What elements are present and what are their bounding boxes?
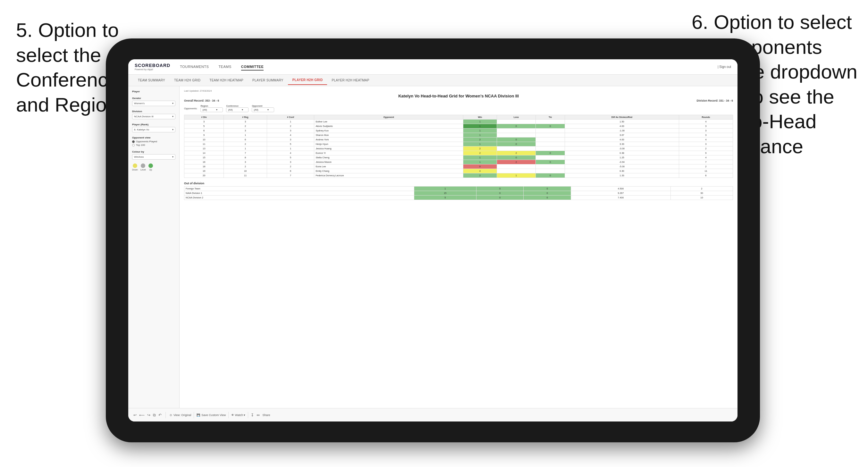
table-cell: 19 <box>184 169 224 174</box>
table-cell <box>497 128 535 133</box>
col-reg: # Reg <box>224 115 267 120</box>
ood-table-cell: 7.400 <box>571 195 671 200</box>
undo-icon[interactable]: ↩ <box>133 413 136 417</box>
top100-radio[interactable] <box>132 144 135 147</box>
ood-table-cell: 4.500 <box>571 187 671 191</box>
sub-tab-player-h2h-grid[interactable]: PLAYER H2H GRID <box>288 75 328 85</box>
opponents-played-label: Opponents Played <box>136 140 157 143</box>
legend-up: Up <box>149 163 153 171</box>
table-cell: 15 <box>184 155 224 160</box>
table-cell: Emily Chang <box>314 169 463 174</box>
view-original-btn[interactable]: ⊙ View: Original <box>169 413 191 417</box>
ood-table-cell: 0 <box>476 191 523 195</box>
table-cell: -1.00 <box>565 128 679 133</box>
table-cell: 2 <box>679 164 733 169</box>
sub-tab-player-summary[interactable]: PLAYER SUMMARY <box>248 76 288 85</box>
toolbar-history-group: ↩ ⟵ ↪ ⧉ ↶ <box>133 413 162 417</box>
sidebar-division-dropdown[interactable]: NCAA Division III ▾ <box>132 114 176 119</box>
region-filter-group: Region (All) ▾ <box>200 105 223 112</box>
table-cell: 6 <box>679 174 733 178</box>
table-cell: Eunice Yi <box>314 151 463 155</box>
table-cell <box>536 164 565 169</box>
share-btn[interactable]: Share <box>262 413 270 417</box>
table-cell: 3 <box>679 142 733 147</box>
col-opponent: Opponent <box>314 115 463 120</box>
table-cell: 1 <box>224 133 267 137</box>
table-row: 1474Eunice Yi2200.389 <box>184 151 733 155</box>
ood-table-row: Foreign Team1004.5002 <box>184 187 733 191</box>
download-icon[interactable]: ↧ <box>251 413 254 417</box>
col-div: # Div <box>184 115 224 120</box>
sub-tab-team-h2h-heatmap[interactable]: TEAM H2H HEATMAP <box>205 76 248 85</box>
table-cell: 11 <box>224 174 267 178</box>
sidebar-division-value: NCAA Division III <box>134 115 154 118</box>
region-filter-value: (All) <box>202 108 207 111</box>
nav-sign-out[interactable]: | Sign out <box>718 65 731 69</box>
col-loss: Loss <box>497 115 535 120</box>
sidebar-colour-dropdown[interactable]: Win/loss ▾ <box>132 154 176 160</box>
table-cell: Andrea York <box>314 137 463 142</box>
table-cell <box>497 133 535 137</box>
table-cell: 3 <box>224 160 267 164</box>
table-cell: 2 <box>224 164 267 169</box>
table-row: 633Sydney Kuo1-1.003 <box>184 128 733 133</box>
table-cell: 1 <box>463 120 497 124</box>
nav-tab-tournaments[interactable]: TOURNAMENTS <box>180 63 209 70</box>
table-row: 19106Emily Chang40.3011 <box>184 169 733 174</box>
out-of-division-header: Out of division <box>184 182 733 185</box>
watch-btn[interactable]: 👁 Watch ▾ <box>231 413 245 417</box>
conference-filter-dropdown[interactable]: (All) ▾ <box>226 107 248 112</box>
table-cell: 1 <box>463 160 497 164</box>
ood-table-row: NCAA Division 25007.40010 <box>184 195 733 200</box>
table-row: 914Sharon Mun13.673 <box>184 133 733 137</box>
table-cell: 3 <box>679 124 733 128</box>
region-chevron-icon: ▾ <box>216 108 217 111</box>
col-rounds: Rounds <box>679 115 733 120</box>
back-icon[interactable]: ⟵ <box>139 413 145 417</box>
refresh-icon[interactable]: ↶ <box>158 413 162 417</box>
table-cell: 4 <box>679 155 733 160</box>
sub-tab-team-h2h-grid[interactable]: TEAM H2H GRID <box>169 76 205 85</box>
nav-tab-teams[interactable]: TEAMS <box>218 63 231 70</box>
sidebar-player-rank-value: 8. Katelyn Vo <box>134 128 149 131</box>
save-custom-view-btn[interactable]: 💾 Save Custom View <box>196 413 226 417</box>
sidebar-player-rank-label: Player (Rank) <box>132 123 176 126</box>
table-cell: Alexis Sudjianto <box>314 124 463 128</box>
table-cell: 3 <box>679 128 733 133</box>
sub-tab-team-summary[interactable]: TEAM SUMMARY <box>133 76 169 85</box>
opponent-filter-group: Opponent (All) ▾ <box>252 105 274 112</box>
main-content: Player Gender Women's ▾ Division NCAA Di… <box>128 86 738 408</box>
ood-table-cell: 0 <box>524 191 571 195</box>
toolbar-divider-4 <box>248 412 248 418</box>
table-cell: 0 <box>497 155 535 160</box>
table-cell <box>536 128 565 133</box>
sidebar-division-section: Division NCAA Division III ▾ <box>132 110 176 119</box>
sidebar-opponents-played-option[interactable]: Opponents Played <box>132 140 176 143</box>
fullscreen-icon[interactable]: ⇔ <box>256 413 260 417</box>
copy-icon[interactable]: ⧉ <box>153 413 156 417</box>
sidebar-player-rank-dropdown[interactable]: 8. Katelyn Vo ▾ <box>132 127 176 132</box>
ood-table-cell: 15 <box>414 191 476 195</box>
ood-table-cell: 9.267 <box>571 191 671 195</box>
table-cell <box>497 147 535 151</box>
table-cell <box>497 120 535 124</box>
opponents-played-radio[interactable] <box>132 141 135 143</box>
sidebar-gender-dropdown[interactable]: Women's ▾ <box>132 101 176 106</box>
sidebar-colour-label: Colour by <box>132 150 176 153</box>
report-title: Katelyn Vo Head-to-Head Grid for Women's… <box>184 94 733 98</box>
sub-tab-player-h2h-heatmap[interactable]: PLAYER H2H HEATMAP <box>327 76 374 85</box>
sidebar-player-rank-section: Player (Rank) 8. Katelyn Vo ▾ <box>132 123 176 132</box>
region-filter-dropdown[interactable]: (All) ▾ <box>200 107 223 112</box>
ood-table-cell: 2 <box>671 187 733 191</box>
opponent-filter-dropdown[interactable]: (All) ▾ <box>252 107 274 112</box>
table-cell: 0 <box>497 124 535 128</box>
tablet-screen: SCOREBOARD Powered by clippd TOURNAMENTS… <box>128 59 738 422</box>
redo-icon[interactable]: ↪ <box>147 413 150 417</box>
sidebar-top100-option[interactable]: Top 100 <box>132 144 176 147</box>
table-cell: 7 <box>679 160 733 164</box>
legend-down-label: Down <box>132 168 138 171</box>
nav-tab-committee[interactable]: COMMITTEE <box>241 63 264 70</box>
table-cell: 4 <box>463 169 497 174</box>
table-cell: 0.30 <box>565 169 679 174</box>
ood-table-row: NAIA Division 115009.26730 <box>184 191 733 195</box>
